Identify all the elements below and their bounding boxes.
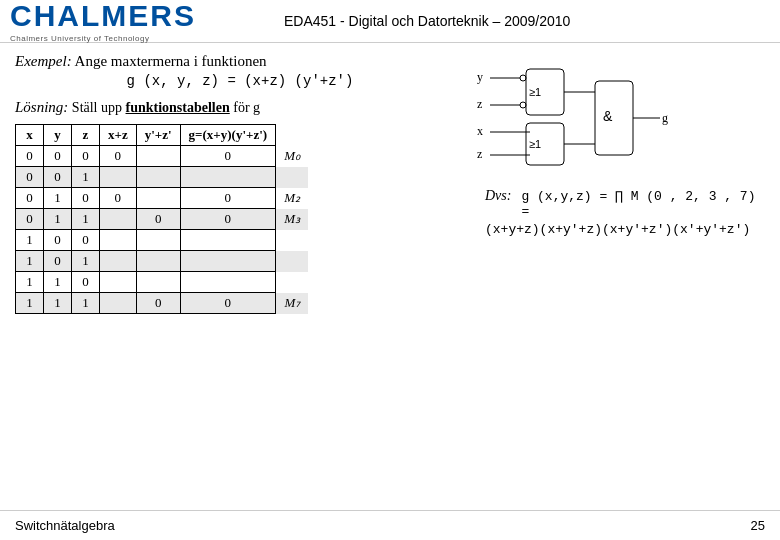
cell-g: 0 [180,188,276,209]
cell-xpz [100,209,137,230]
cell-x: 1 [16,251,44,272]
col-g: g=(x+y)(y'+z') [180,125,276,146]
maxterm-expr: (x+y+z)(x+y'+z)(x+y'+z')(x'+y'+z') [485,222,765,237]
cell-z: 0 [72,188,100,209]
solution-label: Lösning: [15,99,68,115]
cell-x: 1 [16,230,44,251]
example-section: Exempel: Ange maxtermerna i funktionen g… [15,53,465,89]
truth-table: x y z x+z y'+z' g=(x+y)(y'+z') 00000M₀00… [15,124,309,314]
logo-text: CHALMERS [10,0,284,33]
m-label [276,251,309,272]
table-row: 01100M₃ [16,209,309,230]
svg-rect-10 [595,81,633,155]
product-expr: g (x,y,z) = ∏ M (0 , 2, 3 , 7) = [521,189,765,219]
input-z2: z [477,147,482,161]
svg-point-1 [520,75,526,81]
table-row: 110 [16,272,309,293]
col-x: x [16,125,44,146]
cell-g: 0 [180,209,276,230]
solution-section: Lösning: Ställ upp funktionstabellen för… [15,99,465,116]
gate2-label: ≥1 [529,138,541,150]
m-label: M₂ [276,188,309,209]
solution-description: Ställ upp [72,100,122,115]
cell-x: 0 [16,188,44,209]
cell-g [180,251,276,272]
logo-subtitle: Chalmers University of Technology [10,34,284,43]
cell-xpz: 0 [100,146,137,167]
footer: Switchnätalgebra 25 [0,510,780,540]
cell-g [180,167,276,188]
solution-description2: för g [233,100,260,115]
table-header-row: x y z x+z y'+z' g=(x+y)(y'+z') [16,125,309,146]
cell-z: 1 [72,167,100,188]
cell-xpz [100,230,137,251]
cell-ypzp [136,272,180,293]
cell-z: 0 [72,230,100,251]
cell-ypzp [136,167,180,188]
table-row: 101 [16,251,309,272]
table-row: 11100M₇ [16,293,309,314]
table-row: 00000M₀ [16,146,309,167]
gate1-label: ≥1 [529,86,541,98]
left-panel: Exempel: Ange maxtermerna i funktionen g… [15,53,465,314]
cell-ypzp [136,251,180,272]
cell-x: 0 [16,146,44,167]
m-label [276,167,309,188]
cell-y: 1 [44,209,72,230]
cell-g [180,230,276,251]
dvs-label: Dvs: [485,188,511,204]
cell-y: 1 [44,293,72,314]
col-ypzp: y'+z' [136,125,180,146]
cell-ypzp [136,146,180,167]
table-row: 100 [16,230,309,251]
cell-y: 0 [44,251,72,272]
circuit-diagram: y z x z ≥1 ≥1 [475,53,675,183]
cell-ypzp [136,230,180,251]
cell-g: 0 [180,293,276,314]
main-content: Exempel: Ange maxtermerna i funktionen g… [0,43,780,324]
table-row: 01000M₂ [16,188,309,209]
footer-right: 25 [751,518,765,533]
logo-area: CHALMERS Chalmers University of Technolo… [10,0,284,43]
example-text: Exempel: Ange maxtermerna i funktionen [15,53,465,70]
cell-xpz [100,293,137,314]
cell-y: 0 [44,167,72,188]
gate3-label: & [603,108,613,124]
col-z: z [72,125,100,146]
cell-z: 0 [72,146,100,167]
input-z1: z [477,97,482,111]
cell-ypzp: 0 [136,293,180,314]
m-label: M₀ [276,146,309,167]
example-description: Ange maxtermerna i funktionen [75,53,267,69]
dvs-row: Dvs: g (x,y,z) = ∏ M (0 , 2, 3 , 7) = [485,188,765,219]
cell-ypzp: 0 [136,209,180,230]
col-xpz: x+z [100,125,137,146]
cell-z: 0 [72,272,100,293]
cell-ypzp [136,188,180,209]
output-g: g [662,111,668,125]
footer-left: Switchnätalgebra [15,518,115,533]
input-x: x [477,124,483,138]
cell-g: 0 [180,146,276,167]
cell-y: 1 [44,272,72,293]
cell-xpz [100,272,137,293]
cell-y: 0 [44,230,72,251]
cell-xpz: 0 [100,188,137,209]
m-label [276,272,309,293]
cell-y: 1 [44,188,72,209]
cell-xpz [100,167,137,188]
cell-xpz [100,251,137,272]
cell-g [180,272,276,293]
m-label: M₃ [276,209,309,230]
function-equation: g (x, y, z) = (x+z) (y'+z') [15,73,465,89]
notes-section: Dvs: g (x,y,z) = ∏ M (0 , 2, 3 , 7) = (x… [475,188,765,237]
course-title: EDA451 - Digital och Datorteknik – 2009/… [284,13,570,29]
m-label [276,230,309,251]
m-label: M₇ [276,293,309,314]
svg-point-3 [520,102,526,108]
col-y: y [44,125,72,146]
cell-y: 0 [44,146,72,167]
table-row: 001 [16,167,309,188]
circuit-svg: y z x z ≥1 ≥1 [475,53,675,183]
table-body: 00000M₀00101000M₂01100M₃10010111011100M₇ [16,146,309,314]
